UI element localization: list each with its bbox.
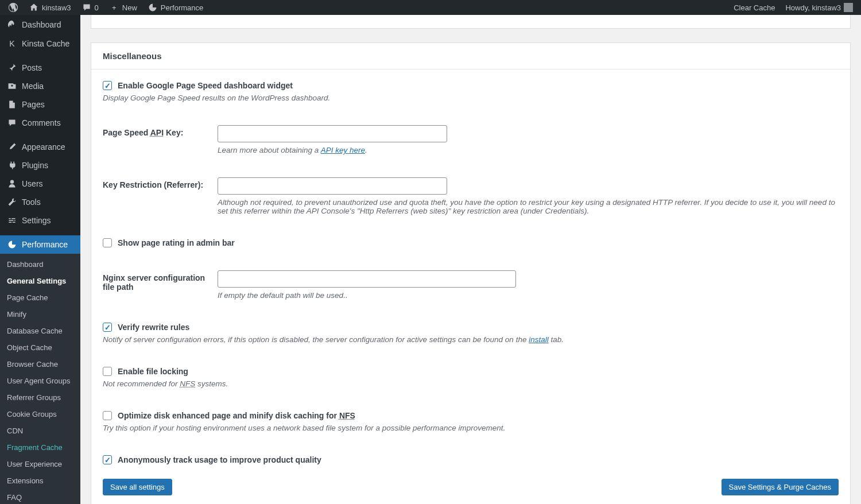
sub-faq[interactable]: FAQ: [0, 489, 80, 504]
brush-icon: [7, 142, 17, 152]
save-purge-button[interactable]: Save Settings & Purge Caches: [722, 479, 839, 495]
sub-cdn[interactable]: CDN: [0, 422, 80, 439]
menu-media[interactable]: Media: [0, 77, 80, 95]
nginx-input[interactable]: [218, 270, 516, 288]
howdy-text: Howdy, kinstaw3: [785, 3, 841, 12]
pages-icon: [7, 100, 17, 109]
menu-users[interactable]: Users: [0, 175, 80, 193]
actions-row: Save all settings Save Settings & Purge …: [103, 479, 839, 501]
admin-bar-left: kinstaw3 0 +New Performance: [5, 0, 207, 15]
admin-bar: kinstaw3 0 +New Performance Clear Cache …: [0, 0, 861, 15]
enable-widget-label: Enable Google Page Speed dashboard widge…: [118, 81, 293, 90]
referrer-desc: Although not required, to prevent unauth…: [218, 198, 839, 215]
home-icon: [29, 2, 39, 13]
menu-plugins[interactable]: Plugins: [0, 156, 80, 175]
verify-desc: Notify of server configuration errors, i…: [103, 335, 839, 344]
new-content[interactable]: +New: [106, 0, 141, 15]
sub-page-cache[interactable]: Page Cache: [0, 289, 80, 306]
rating-label: Show page rating in admin bar: [118, 238, 235, 247]
sub-general-settings[interactable]: General Settings: [0, 273, 80, 289]
track-checkbox[interactable]: [103, 455, 112, 464]
wrench-icon: [7, 197, 17, 207]
dashboard-icon: [7, 20, 17, 30]
save-all-button[interactable]: Save all settings: [103, 479, 172, 495]
sub-minify[interactable]: Minify: [0, 306, 80, 323]
menu-appearance-label: Appearance: [22, 142, 65, 152]
enable-widget-row[interactable]: Enable Google Page Speed dashboard widge…: [103, 81, 839, 90]
sub-browser-cache[interactable]: Browser Cache: [0, 356, 80, 373]
sub-user-experience[interactable]: User Experience: [0, 456, 80, 472]
comments-count-text: 0: [95, 3, 99, 12]
nginx-desc: If empty the default path will be used..: [218, 291, 839, 300]
rating-checkbox[interactable]: [103, 238, 112, 247]
menu-plugins-label: Plugins: [22, 161, 48, 170]
sub-cookie-groups[interactable]: Cookie Groups: [0, 406, 80, 422]
plus-icon: +: [109, 2, 119, 13]
admin-bar-right: Clear Cache Howdy, kinstaw3: [730, 0, 856, 15]
menu-posts[interactable]: Posts: [0, 59, 80, 77]
optimize-desc: Try this option if your hosting environm…: [103, 424, 839, 432]
enable-widget-checkbox[interactable]: [103, 81, 112, 90]
optimize-label: Optimize disk enhanced page and minify d…: [118, 411, 355, 420]
sub-object-cache[interactable]: Object Cache: [0, 339, 80, 356]
menu-dashboard-label: Dashboard: [22, 20, 61, 29]
verify-row[interactable]: Verify rewrite rules: [103, 323, 839, 332]
lock-checkbox[interactable]: [103, 367, 112, 376]
menu-users-label: Users: [22, 179, 43, 188]
field-track: Anonymously track usage to improve produ…: [103, 455, 839, 464]
rating-row[interactable]: Show page rating in admin bar: [103, 238, 839, 247]
menu-kinsta-label: Kinsta Cache: [22, 39, 69, 48]
menu-tools[interactable]: Tools: [0, 193, 80, 211]
sub-database-cache[interactable]: Database Cache: [0, 323, 80, 339]
wp-logo[interactable]: [5, 0, 22, 15]
sub-referrer-groups[interactable]: Referrer Groups: [0, 389, 80, 406]
misc-panel: Miscellaneous Enable Google Page Speed d…: [91, 42, 851, 504]
sub-dashboard[interactable]: Dashboard: [0, 256, 80, 273]
sub-extensions[interactable]: Extensions: [0, 472, 80, 489]
clear-cache-label: Clear Cache: [734, 3, 775, 12]
performance-menu[interactable]: Performance: [144, 0, 207, 15]
optimize-checkbox[interactable]: [103, 411, 112, 420]
wordpress-icon: [8, 2, 18, 13]
comment-icon: [82, 2, 92, 13]
howdy[interactable]: Howdy, kinstaw3: [782, 0, 856, 15]
referrer-label: Key Restriction (Referrer):: [103, 177, 206, 189]
menu-performance[interactable]: Performance: [0, 235, 80, 254]
performance-label: Performance: [161, 3, 203, 12]
comments-count[interactable]: 0: [78, 0, 102, 15]
site-name[interactable]: kinstaw3: [25, 0, 75, 15]
api-key-link[interactable]: API key here: [321, 146, 365, 154]
performance-submenu: Dashboard General Settings Page Cache Mi…: [0, 254, 80, 504]
menu-pages-label: Pages: [22, 100, 45, 109]
track-row[interactable]: Anonymously track usage to improve produ…: [103, 455, 839, 464]
field-optimize: Optimize disk enhanced page and minify d…: [103, 411, 839, 432]
api-key-input[interactable]: [218, 125, 447, 142]
menu-dashboard[interactable]: Dashboard: [0, 15, 80, 34]
menu-comments-label: Comments: [22, 118, 61, 127]
kinsta-icon: K: [7, 39, 17, 48]
sub-user-agent-groups[interactable]: User Agent Groups: [0, 373, 80, 389]
pin-icon: [7, 63, 17, 72]
menu-media-label: Media: [22, 82, 44, 91]
user-icon: [7, 179, 17, 188]
field-enable-widget: Enable Google Page Speed dashboard widge…: [103, 81, 839, 102]
install-link[interactable]: install: [529, 335, 549, 344]
new-label: New: [122, 3, 137, 12]
field-lock: Enable file locking Not recommended for …: [103, 367, 839, 388]
menu-kinsta-cache[interactable]: KKinsta Cache: [0, 34, 80, 53]
lock-row[interactable]: Enable file locking: [103, 367, 839, 376]
menu-settings[interactable]: Settings: [0, 211, 80, 230]
sub-fragment-cache[interactable]: Fragment Cache: [0, 439, 80, 456]
menu-pages[interactable]: Pages: [0, 95, 80, 114]
menu-appearance[interactable]: Appearance: [0, 138, 80, 156]
misc-heading: Miscellaneous: [91, 43, 850, 69]
referrer-input[interactable]: [218, 177, 447, 195]
field-referrer: Key Restriction (Referrer): Although not…: [103, 177, 839, 215]
verify-checkbox[interactable]: [103, 323, 112, 332]
menu-comments[interactable]: Comments: [0, 114, 80, 132]
sliders-icon: [7, 216, 17, 225]
clear-cache[interactable]: Clear Cache: [730, 0, 778, 15]
main-content: Miscellaneous Enable Google Page Speed d…: [80, 15, 861, 504]
lock-desc: Not recommended for NFS systems.: [103, 379, 839, 388]
optimize-row[interactable]: Optimize disk enhanced page and minify d…: [103, 411, 839, 420]
